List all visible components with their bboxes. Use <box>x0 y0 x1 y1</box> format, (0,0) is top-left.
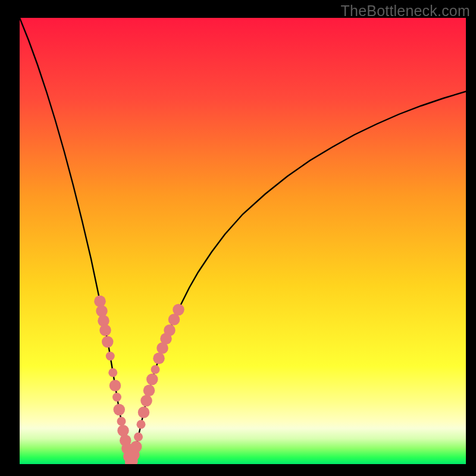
data-point <box>109 380 121 392</box>
data-point <box>164 324 176 336</box>
data-point <box>140 395 152 407</box>
chart-frame: TheBottleneck.com <box>0 0 476 476</box>
plot-area <box>20 18 466 464</box>
data-point <box>99 324 111 336</box>
data-point <box>151 365 160 374</box>
data-point <box>138 406 150 418</box>
watermark-label: TheBottleneck.com <box>341 2 470 20</box>
data-point <box>173 304 184 316</box>
data-point <box>112 393 121 402</box>
data-point <box>114 404 126 416</box>
data-point <box>146 374 158 386</box>
data-point <box>117 417 126 426</box>
data-point <box>106 352 115 361</box>
data-point <box>137 420 146 429</box>
data-point <box>134 433 143 441</box>
data-point <box>153 353 165 365</box>
data-point <box>102 336 114 348</box>
data-point <box>130 441 142 453</box>
data-point <box>143 385 155 397</box>
bottleneck-curve-chart <box>20 18 466 464</box>
data-point <box>108 368 117 377</box>
